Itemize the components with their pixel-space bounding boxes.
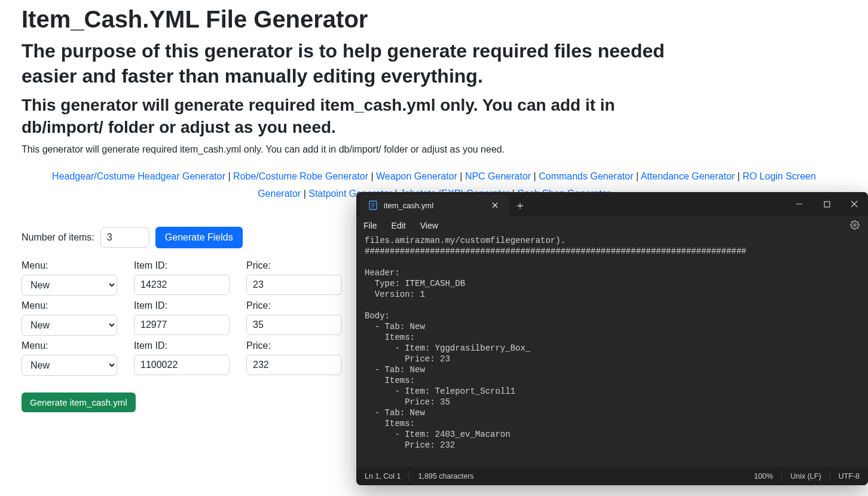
menu-label: Menu:	[22, 260, 117, 271]
new-tab-button[interactable]	[509, 196, 531, 216]
svg-point-12	[854, 224, 856, 226]
editor-tab-title: item_cash.yml	[384, 201, 433, 210]
menu-label: Menu:	[22, 340, 117, 351]
nav-link-headgear[interactable]: Headgear/Costume Headgear Generator	[52, 171, 225, 181]
generate-file-button[interactable]: Generate item_cash.yml	[22, 392, 136, 412]
nav-link-attendance[interactable]: Attendance Generator	[641, 171, 735, 181]
menu-select[interactable]: New	[22, 355, 117, 376]
gear-icon[interactable]	[850, 220, 861, 231]
menu-edit[interactable]: Edit	[392, 221, 406, 230]
item-id-label: Item ID:	[134, 260, 230, 271]
nav-link-npc[interactable]: NPC Generator	[465, 171, 531, 181]
window-controls	[786, 192, 868, 216]
window-maximize-button[interactable]	[813, 192, 841, 216]
form-row: Menu: New Item ID: Price:	[22, 300, 356, 336]
menu-file[interactable]: File	[363, 221, 377, 230]
window-close-button[interactable]	[841, 192, 868, 216]
window-minimize-button[interactable]	[786, 192, 813, 216]
generate-fields-button[interactable]: Generate Fields	[155, 227, 243, 248]
price-label: Price:	[246, 260, 342, 271]
editor-menubar: File Edit View	[356, 216, 868, 235]
num-items-label: Number of items:	[22, 232, 94, 243]
tab-close-button[interactable]	[489, 199, 501, 212]
nav-link-commands[interactable]: Commands Generator	[539, 171, 633, 181]
price-label: Price:	[246, 300, 342, 311]
menu-select[interactable]: New	[22, 275, 117, 296]
price-input[interactable]	[246, 315, 342, 335]
form-row: Menu: New Item ID: Price:	[22, 340, 356, 376]
editor-tab-active[interactable]: item_cash.yml	[360, 194, 509, 216]
item-id-input[interactable]	[134, 275, 230, 295]
price-input[interactable]	[246, 275, 342, 295]
page-subtitle-2: This generator will generate required it…	[22, 95, 679, 138]
file-icon	[368, 200, 378, 210]
item-id-label: Item ID:	[134, 300, 230, 311]
price-input[interactable]	[246, 355, 342, 375]
nav-link-weapon[interactable]: Weapon Generator	[376, 171, 457, 181]
nav-link-robe[interactable]: Robe/Costume Robe Generator	[233, 171, 368, 181]
item-id-input[interactable]	[134, 355, 230, 375]
editor-tabbar: item_cash.yml	[356, 192, 868, 216]
item-id-input[interactable]	[134, 315, 230, 335]
page-description: This generator will generate required it…	[22, 144, 846, 155]
page-subtitle: The purpose of this generator is to help…	[22, 39, 667, 89]
menu-label: Menu:	[22, 300, 117, 311]
form-row: Menu: New Item ID: Price:	[22, 260, 356, 296]
num-items-input[interactable]	[100, 227, 149, 248]
menu-view[interactable]: View	[420, 221, 438, 230]
item-id-label: Item ID:	[134, 340, 230, 351]
page-title: Item_Cash.YML File Generator	[22, 6, 846, 33]
price-label: Price:	[246, 340, 342, 351]
editor-text-area[interactable]: files.amirazman.my/customfilegenerator).…	[356, 235, 868, 434]
svg-rect-9	[824, 202, 830, 207]
menu-select[interactable]: New	[22, 315, 117, 336]
text-editor-window: item_cash.yml File Edit View	[356, 192, 868, 434]
